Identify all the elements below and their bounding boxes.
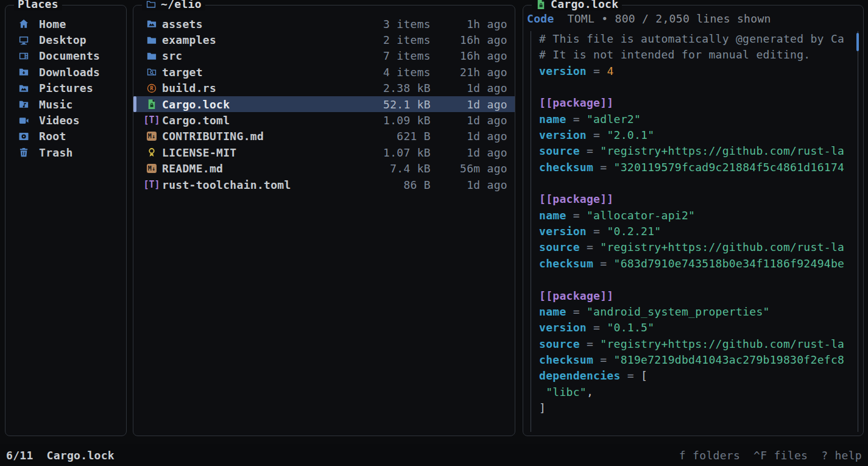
file-name: rust-toolchain.toml <box>162 178 291 191</box>
code-token: checksum <box>539 257 593 270</box>
markdown-badge-icon: M↓ <box>147 132 157 141</box>
file-modified-time: 1d ago <box>431 82 515 94</box>
file-modified-time: 1d ago <box>431 98 515 111</box>
file-size: 2.38 kB <box>358 82 431 94</box>
file-size: 86 B <box>358 178 431 191</box>
folder-icon <box>146 51 157 62</box>
folder-icon <box>146 35 157 46</box>
code-preview: # This file is automatically @generated … <box>531 31 858 432</box>
places-item-music[interactable]: Music <box>5 96 126 112</box>
places-item-label: Home <box>39 18 66 30</box>
places-item-downloads[interactable]: Downloads <box>5 64 126 80</box>
places-list: HomeDesktopDocumentsDownloadsPicturesMus… <box>5 5 126 161</box>
file-name: src <box>162 49 182 62</box>
file-name: Cargo.toml <box>162 114 230 127</box>
selection-bar <box>133 144 136 160</box>
code-token: name <box>539 305 566 318</box>
file-row[interactable]: target4 items21h ago <box>133 64 515 80</box>
places-item-documents[interactable]: Documents <box>5 48 126 64</box>
places-item-home[interactable]: Home <box>5 16 126 32</box>
code-token: 4 <box>607 65 613 77</box>
file-row[interactable]: src7 items16h ago <box>133 48 515 64</box>
places-item-label: Root <box>39 130 66 143</box>
file-name: LICENSE-MIT <box>162 146 237 159</box>
places-item-pictures[interactable]: Pictures <box>5 80 126 96</box>
code-line: [[package]] <box>531 95 858 111</box>
file-name: target <box>162 66 203 79</box>
file-size: 52.1 kB <box>358 98 431 111</box>
code-token: "registry+https://github.com/rust-la <box>600 337 844 350</box>
places-item-label: Videos <box>39 114 80 127</box>
selection-bar <box>133 32 136 48</box>
status-bar: 6/11 Cargo.lock f folders^F files? help <box>0 444 868 466</box>
code-token: checksum <box>539 161 593 174</box>
code-line: name = "allocator-api2" <box>531 208 858 224</box>
file-list: assets3 items1h agoexamples2 items16h ag… <box>133 5 515 192</box>
places-item-desktop[interactable]: Desktop <box>5 32 126 48</box>
documents-icon <box>18 51 29 62</box>
places-item-trash[interactable]: Trash <box>5 144 126 160</box>
folder-open-icon <box>146 0 157 10</box>
files-panel-title: ~/elio <box>142 0 205 10</box>
file-row[interactable]: build.rs2.38 kB1d ago <box>133 80 515 96</box>
code-token: # This file is automatically @generated … <box>539 32 844 45</box>
code-line: version = "0.2.21" <box>531 224 858 239</box>
file-name: assets <box>162 18 203 30</box>
places-item-videos[interactable]: Videos <box>5 112 126 128</box>
folder-search-icon <box>146 66 157 77</box>
file-modified-time: 1d ago <box>431 130 515 143</box>
preview-mode-label: Code <box>527 12 554 25</box>
selection-bar <box>133 80 136 96</box>
selection-bar <box>133 177 136 192</box>
code-token: "320119579fcad9c21884f5c4861d16174 <box>614 161 845 174</box>
current-directory-label: ~/elio <box>161 0 202 10</box>
code-token: = <box>593 161 613 174</box>
file-row[interactable]: M↓CONTRIBUTING.md621 B1d ago <box>133 129 515 144</box>
code-token: "libc" <box>546 386 587 398</box>
file-row[interactable]: assets3 items1h ago <box>133 16 515 32</box>
code-token: = <box>580 337 600 350</box>
folder-icon <box>146 35 157 46</box>
code-token: = <box>593 353 613 366</box>
folder-image-icon <box>146 18 157 29</box>
file-row[interactable]: LICENSE-MIT1.07 kB1d ago <box>133 144 515 160</box>
places-panel: Places HomeDesktopDocumentsDownloadsPict… <box>5 5 127 436</box>
code-token: = <box>587 225 607 238</box>
code-token: source <box>539 144 580 157</box>
code-token: source <box>539 241 580 253</box>
code-token: = <box>621 369 641 382</box>
code-line: # It is not intended for manual editing. <box>531 47 858 63</box>
code-line: [[package]] <box>531 191 858 207</box>
file-row[interactable]: [T]Cargo.toml1.09 kB1d ago <box>133 112 515 128</box>
file-size: 1.07 kB <box>358 146 431 159</box>
code-line: source = "registry+https://github.com/ru… <box>531 143 858 159</box>
file-name: build.rs <box>162 82 216 94</box>
file-row[interactable]: M↓README.md7.4 kB56m ago <box>133 161 515 177</box>
file-name: CONTRIBUTING.md <box>162 130 264 143</box>
selection-bar <box>133 48 136 64</box>
file-size: 3 items <box>358 18 431 30</box>
disk-icon <box>18 131 29 142</box>
code-token: [[package]] <box>539 192 614 205</box>
license-icon <box>146 147 157 158</box>
status-hints: f folders^F files? help <box>666 449 862 462</box>
preview-scrollbar[interactable] <box>856 33 859 51</box>
code-line: version = "0.1.5" <box>531 320 858 336</box>
code-line: source = "registry+https://github.com/ru… <box>531 336 858 352</box>
file-row[interactable]: [T]rust-toolchain.toml86 B1d ago <box>133 177 515 192</box>
places-panel-title: Places <box>14 0 62 10</box>
file-row[interactable]: examples2 items16h ago <box>133 32 515 48</box>
file-row[interactable]: Cargo.lock52.1 kB1d ago <box>133 96 515 112</box>
code-token: [[package]] <box>539 289 614 302</box>
places-item-label: Desktop <box>39 34 86 46</box>
code-token: version <box>539 225 587 238</box>
file-size: 4 items <box>358 66 431 79</box>
code-token: ] <box>539 401 546 414</box>
folder-search-icon <box>146 66 157 77</box>
status-left: 6/11 Cargo.lock <box>6 449 115 462</box>
toml-badge-icon: [T] <box>143 116 160 125</box>
code-token: = <box>580 241 600 253</box>
code-token: name <box>539 113 566 125</box>
places-item-root[interactable]: Root <box>5 129 126 144</box>
code-line: # This file is automatically @generated … <box>531 31 858 47</box>
